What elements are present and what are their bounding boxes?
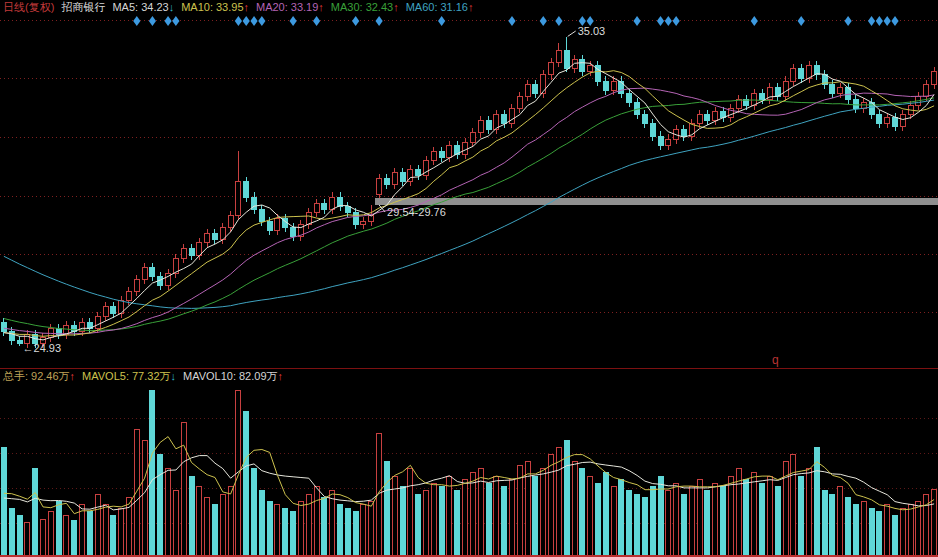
ma60-value: 31.16 [440,1,468,13]
stock-name[interactable]: 招商银行 [61,1,105,13]
ma30-label: MA30: [331,1,363,13]
event-diamond-icon[interactable] [633,16,640,26]
ma10-label: MA10: [181,1,213,13]
event-diamond-icon[interactable] [891,16,898,26]
event-diamond-icon[interactable] [868,16,875,26]
mavol10-value: 82.09万 [239,370,278,382]
volume-panel-header: 总手:92.46万↑MAVOL5:77.32万↓MAVOL10:82.09万↑ [3,370,290,383]
mavol5-label: MAVOL5: [82,370,129,382]
peak-price-label: 35.03 [578,25,606,37]
ma30-value: 32.43 [366,1,394,13]
candlesticks [1,37,936,348]
trading-chart-app: 35.03←24.9329.54-29.76q 日线(复权) 招商银行 MA5:… [0,0,938,557]
mavol10-trend-arrow-icon: ↑ [278,370,284,382]
mavol5-value: 77.32万 [132,370,171,382]
ma30-line [4,98,934,331]
event-diamond-icon[interactable] [845,16,852,26]
ma10-trend-arrow-icon: ↑ [244,1,250,13]
event-diamond-icon[interactable] [133,16,140,26]
event-diamond-icon[interactable] [258,16,265,26]
event-diamond-icon[interactable] [164,16,171,26]
event-diamond-icon[interactable] [798,16,805,26]
ma20-trend-arrow-icon: ↑ [318,1,324,13]
mavol5-trend-arrow-icon: ↓ [171,370,177,382]
event-diamond-icon[interactable] [751,16,758,26]
corner-glyph: q [772,353,779,367]
event-diamond-icon[interactable] [250,16,257,26]
ma20-label: MA20: [256,1,288,13]
event-diamond-icon[interactable] [149,16,156,26]
ma30-trend-arrow-icon: ↑ [393,1,399,13]
event-diamond-icon[interactable] [884,16,891,26]
event-diamond-icon[interactable] [235,16,242,26]
event-diamond-icon[interactable] [243,16,250,26]
event-diamond-icon[interactable] [876,16,883,26]
mavol10-label: MAVOL10: [183,370,236,382]
price-panel-gridlines [0,20,938,312]
ma60-label: MA60: [406,1,438,13]
ma5-label: MA5: [112,1,138,13]
price-volume-chart[interactable]: 35.03←24.9329.54-29.76q [0,0,938,557]
ma10-value: 33.95 [216,1,244,13]
annotation-peak: 35.03 [568,25,606,37]
gap-range-label: 29.54-29.76 [387,206,446,218]
volume-bars [1,390,936,555]
annotation-gap: 29.54-29.76 [379,205,446,218]
event-markers[interactable] [133,16,898,26]
event-diamond-icon[interactable] [172,16,179,26]
event-diamond-icon[interactable] [673,16,680,26]
ma5-trend-arrow-icon: ↓ [169,1,175,13]
event-diamond-icon[interactable] [540,16,547,26]
period-label[interactable]: 日线(复权) [3,1,54,13]
ma20-value: 33.19 [291,1,319,13]
main-chart-header: 日线(复权) 招商银行 MA5:34.23↓MA10:33.95↑MA20:33… [3,1,480,14]
total-volume-value: 92.46万 [31,370,70,382]
total-volume-trend-arrow-icon: ↑ [70,370,76,382]
annotation-low: ←24.93 [23,342,62,354]
ma60-trend-arrow-icon: ↑ [468,1,474,13]
event-diamond-icon[interactable] [657,16,664,26]
low-price-label: ←24.93 [23,342,62,354]
event-diamond-icon[interactable] [555,16,562,26]
gap-band [375,198,938,205]
ma5-value: 34.23 [141,1,169,13]
volume-panel-gridlines [0,418,938,523]
event-diamond-icon[interactable] [376,16,383,26]
event-diamond-icon[interactable] [438,16,445,26]
event-diamond-icon[interactable] [508,16,515,26]
event-diamond-icon[interactable] [352,16,359,26]
total-volume-label: 总手: [3,370,28,382]
event-diamond-icon[interactable] [290,16,297,26]
event-diamond-icon[interactable] [313,16,320,26]
event-diamond-icon[interactable] [665,16,672,26]
